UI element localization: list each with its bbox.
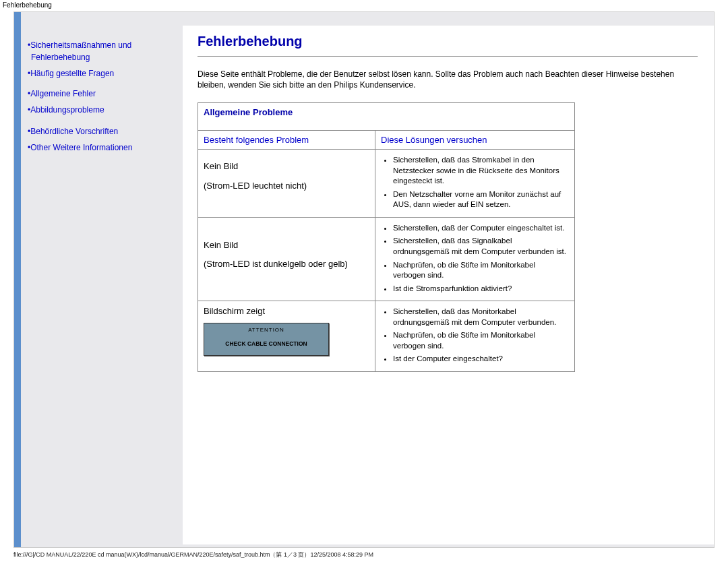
problems-table: Allgemeine Probleme Besteht folgendes Pr… — [198, 102, 575, 371]
solution-item: Nachprüfen, ob die Stifte im Monitorkabe… — [393, 260, 569, 281]
sidebar-link-image-problems[interactable]: Abbildungsprobleme — [30, 105, 104, 115]
table-row: Bildschirm zeigt ATTENTION CHECK CABLE C… — [198, 301, 575, 372]
solution-item: Sicherstellen, daß das Signalkabel ordnu… — [393, 236, 569, 257]
problem-line1: Bildschirm zeigt — [204, 306, 265, 316]
attention-label: ATTENTION — [204, 323, 328, 335]
table-row: Kein Bild (Strom-LED ist dunkelgelb oder… — [198, 217, 575, 301]
problem-cell: Kein Bild (Strom-LED ist dunkelgelb oder… — [198, 217, 375, 301]
intro-paragraph: Diese Seite enthält Probleme, die der Be… — [198, 69, 696, 90]
left-accent-stripe — [14, 12, 21, 547]
solution-item: Nachprüfen, ob die Stifte im Monitorkabe… — [393, 330, 569, 351]
problem-line2: (Strom-LED ist dunkelgelb oder gelb) — [204, 258, 369, 270]
problem-cell: Kein Bild (Strom-LED leuchtet nicht) — [198, 150, 375, 218]
sidebar-link-faq[interactable]: Häufig gestellte Fragen — [30, 69, 114, 78]
solution-cell: Sicherstellen, daß das Monitorkabel ordn… — [375, 301, 575, 372]
main-content: Fehlerbehebung Diese Seite enthält Probl… — [183, 26, 715, 544]
title-separator — [198, 56, 698, 57]
column-header-solution: Diese Lösungen versuchen — [375, 131, 575, 150]
problem-line2: (Strom-LED leuchtet nicht) — [204, 180, 369, 192]
solution-item: Den Netzschalter vorne am Monitor zunäch… — [393, 189, 569, 210]
sidebar-link-regulations[interactable]: Behördliche Vorschriften — [30, 127, 118, 136]
footer-path: file:///G|/CD MANUAL/22/220E cd manua(WX… — [13, 551, 373, 559]
page-title: Fehlerbehebung — [198, 34, 715, 49]
problem-cell: Bildschirm zeigt ATTENTION CHECK CABLE C… — [198, 301, 375, 372]
column-header-problem: Besteht folgendes Problem — [198, 131, 375, 150]
attention-box: ATTENTION CHECK CABLE CONNECTION — [204, 323, 329, 356]
problem-line1: Kein Bild — [204, 239, 369, 251]
solution-cell: Sicherstellen, daß das Stromkabel in den… — [375, 150, 575, 218]
solution-item: Ist der Computer eingeschaltet? — [393, 354, 569, 365]
table-row: Kein Bild (Strom-LED leuchtet nicht) Sic… — [198, 150, 575, 218]
solution-item: Sicherstellen, daß der Computer eingesch… — [393, 223, 569, 234]
sidebar-link-safety[interactable]: Sicherheitsmaßnahmen und Fehlerbehebung — [30, 40, 131, 62]
document-header: Fehlerbehebung — [0, 0, 728, 10]
solution-item: Sicherstellen, daß das Stromkabel in den… — [393, 155, 569, 187]
solution-item: Ist die Stromsparfunktion aktiviert? — [393, 284, 569, 294]
section-header: Allgemeine Probleme — [198, 103, 575, 131]
solution-item: Sicherstellen, daß das Monitorkabel ordn… — [393, 307, 569, 327]
attention-message: CHECK CABLE CONNECTION — [204, 335, 328, 355]
page-frame: Sicherheitsmaßnahmen und Fehlerbehebung … — [13, 11, 715, 548]
sidebar-nav: Sicherheitsmaßnahmen und Fehlerbehebung … — [28, 39, 176, 158]
sidebar-link-general-errors[interactable]: Allgemeine Fehler — [30, 89, 96, 98]
problem-line1: Kein Bild — [204, 160, 369, 173]
sidebar-link-other-info[interactable]: Other Weitere Informationen — [30, 143, 132, 152]
solution-cell: Sicherstellen, daß der Computer eingesch… — [375, 217, 575, 301]
